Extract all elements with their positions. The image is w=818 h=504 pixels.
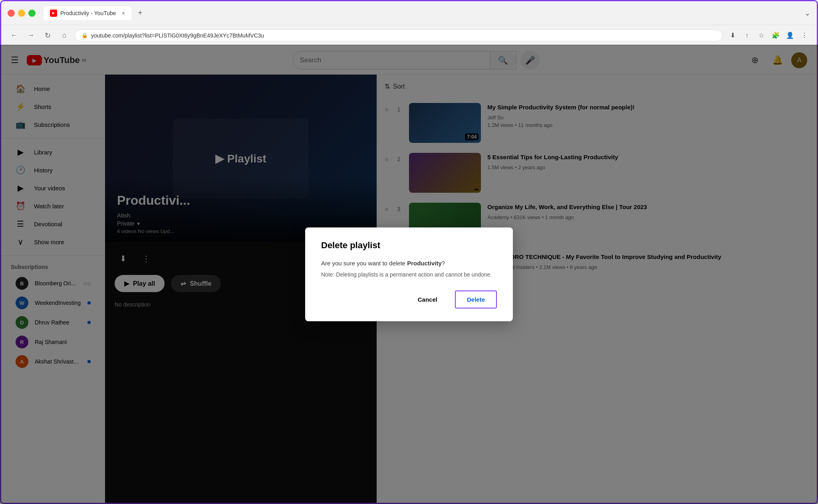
dialog-playlist-name: Productivity <box>407 260 442 267</box>
dialog-body-prefix: Are you sure you want to delete <box>321 260 407 267</box>
bookmark-icon[interactable]: ☆ <box>755 30 767 42</box>
browser-menu-button[interactable]: ⋮ <box>798 30 810 42</box>
lock-icon: 🔒 <box>81 32 88 38</box>
delete-playlist-dialog: Delete playlist Are you sure you want to… <box>305 227 513 321</box>
dialog-title: Delete playlist <box>321 240 497 251</box>
minimize-dot[interactable] <box>18 10 25 17</box>
dialog-note: Note: Deleting playlists is a permanent … <box>321 271 497 278</box>
browser-menu-icon[interactable]: ⌄ <box>804 9 810 18</box>
close-dot[interactable] <box>8 10 15 17</box>
delete-button[interactable]: Delete <box>455 291 497 308</box>
tab-close-button[interactable]: × <box>122 10 125 16</box>
dialog-body: Are you sure you want to delete Producti… <box>321 259 497 268</box>
browser-navbar: ← → ↻ ⌂ 🔒 youtube.com/playlist?list=PLIS… <box>1 25 817 46</box>
tab-favicon <box>50 10 57 17</box>
download-icon[interactable]: ⬇ <box>727 30 739 42</box>
address-bar[interactable]: 🔒 youtube.com/playlist?list=PLISTiG0Xt6y… <box>75 30 723 42</box>
dialog-actions: Cancel Delete <box>321 291 497 308</box>
browser-tab[interactable]: Productivity - YouTube × <box>44 6 131 20</box>
refresh-button[interactable]: ↻ <box>41 29 54 42</box>
browser-titlebar: Productivity - YouTube × + ⌄ <box>1 1 817 25</box>
browser-nav-icons: ⬇ ↑ ☆ 🧩 👤 ⋮ <box>727 30 810 42</box>
dialog-body-suffix: ? <box>442 260 445 267</box>
browser-dots <box>8 10 36 17</box>
new-tab-button[interactable]: + <box>138 8 143 18</box>
dialog-overlay: Delete playlist Are you sure you want to… <box>0 45 818 504</box>
maximize-dot[interactable] <box>28 10 36 17</box>
tab-title: Productivity - YouTube <box>60 10 116 16</box>
profile-icon[interactable]: 👤 <box>784 30 796 42</box>
forward-button[interactable]: → <box>24 29 37 42</box>
share-icon[interactable]: ↑ <box>741 30 753 42</box>
extensions-icon[interactable]: 🧩 <box>770 30 782 42</box>
back-button[interactable]: ← <box>8 29 20 42</box>
home-button[interactable]: ⌂ <box>58 29 71 42</box>
cancel-button[interactable]: Cancel <box>407 291 449 308</box>
url-text: youtube.com/playlist?list=PLISTiG0Xt6y9g… <box>91 32 264 39</box>
